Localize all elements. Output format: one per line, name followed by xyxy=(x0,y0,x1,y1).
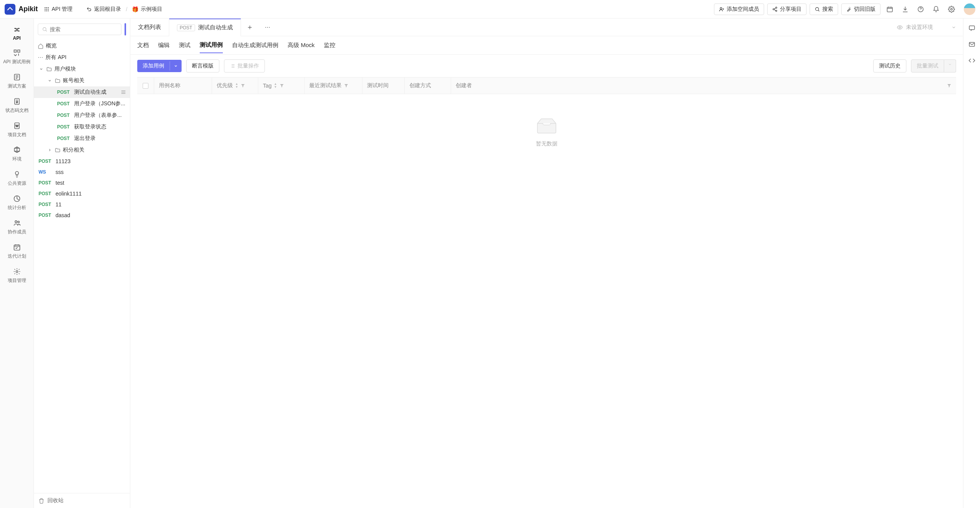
nav-label: API 测试用例 xyxy=(3,59,30,65)
sub-tab-mock[interactable]: 高级 Mock xyxy=(288,38,315,53)
breadcrumb-api-management[interactable]: API 管理 xyxy=(44,6,72,13)
tree-folder[interactable]: 账号相关 xyxy=(34,75,130,86)
add-members-button[interactable]: 添加空间成员 xyxy=(714,3,764,15)
search-button[interactable]: 搜索 xyxy=(810,3,838,15)
tree-api-item[interactable]: POST用户登录（JSON参... xyxy=(34,98,130,110)
sub-tab-test-case[interactable]: 测试用例 xyxy=(200,37,223,53)
nav-iteration[interactable]: 迭代计划 xyxy=(0,239,34,263)
tree-overview[interactable]: 概览 xyxy=(34,40,130,52)
method-tag: POST xyxy=(39,191,53,196)
tree-recycle-bin[interactable]: 回收站 xyxy=(34,493,130,508)
gift-icon: 🎁 xyxy=(132,6,138,12)
tree-api-item[interactable]: POST测试自动生成 xyxy=(34,86,130,98)
tree-search[interactable] xyxy=(38,24,121,35)
tree-api-item[interactable]: POST获取登录状态 xyxy=(34,121,130,133)
tree-body: 概览 ⋯ 所有 API 用户模块账号相关POST测试自动生成POST用户登录（J… xyxy=(34,40,130,493)
method-tag: POST xyxy=(57,124,72,130)
chevron-icon[interactable] xyxy=(47,148,52,152)
sort-icon[interactable]: ▲▼ xyxy=(274,83,277,89)
avatar[interactable] xyxy=(964,3,975,15)
nav-label: 协作成员 xyxy=(8,229,26,235)
nav-collab[interactable]: 协作成员 xyxy=(0,215,34,239)
nav-api-test-case[interactable]: API 测试用例 xyxy=(0,45,34,69)
tab-current-api[interactable]: POST 测试自动生成 xyxy=(169,19,241,36)
filter-icon[interactable] xyxy=(241,83,245,88)
sub-tab-doc[interactable]: 文档 xyxy=(137,38,149,53)
nav-project-doc[interactable]: W项目文档 xyxy=(0,118,34,142)
header: Apikit API 管理 返回根目录 / 🎁 示例项目 添加空间成员 xyxy=(0,0,980,19)
tree-label: 用户登录（JSON参... xyxy=(74,100,126,107)
eye-icon xyxy=(897,24,903,30)
breadcrumb-back-root[interactable]: 返回根目录 xyxy=(86,6,121,13)
sub-tab-test[interactable]: 测试 xyxy=(179,38,190,53)
filter-icon[interactable] xyxy=(947,83,951,88)
tree-label: 获取登录状态 xyxy=(74,123,126,130)
sub-tab-auto-gen[interactable]: 自动生成测试用例 xyxy=(232,38,278,53)
nav-public-res[interactable]: 公共资源 xyxy=(0,166,34,191)
tab-add-button[interactable] xyxy=(241,24,259,30)
tree-api-item[interactable]: POST退出登录 xyxy=(34,133,130,144)
svg-point-4 xyxy=(46,8,47,9)
method-tag: WS xyxy=(39,169,53,175)
add-case-button[interactable]: 添加用例 xyxy=(137,60,182,72)
svg-rect-17 xyxy=(14,50,16,52)
nav-status-doc[interactable]: #状态码文档 xyxy=(0,93,34,118)
tree-folder[interactable]: 用户模块 xyxy=(34,63,130,75)
ellipsis-icon: ⋯ xyxy=(38,54,43,61)
nav-label: API xyxy=(13,35,20,41)
tree-api-item[interactable]: POST用户登录（表单参... xyxy=(34,110,130,121)
logo[interactable]: Apikit xyxy=(5,4,38,15)
svg-point-26 xyxy=(18,221,19,223)
nav-test-plan[interactable]: 测试方案 xyxy=(0,69,34,93)
tree-folder[interactable]: 积分相关 xyxy=(34,144,130,156)
batch-ops-button: 批量操作 xyxy=(224,59,265,73)
mail-icon[interactable] xyxy=(968,41,975,48)
calendar-icon[interactable] xyxy=(884,3,896,15)
gear-icon[interactable] xyxy=(945,3,958,15)
tree-api-item[interactable]: POSTtest xyxy=(34,177,130,188)
help-icon[interactable] xyxy=(914,3,927,15)
chevron-icon[interactable] xyxy=(39,67,44,71)
sub-tab-edit[interactable]: 编辑 xyxy=(158,38,170,53)
nav-rail: APIAPI 测试用例测试方案#状态码文档W项目文档环境公共资源统计分析协作成员… xyxy=(0,19,34,508)
download-icon[interactable] xyxy=(899,3,911,15)
nav-stats[interactable]: 统计分析 xyxy=(0,191,34,215)
tree-api-item[interactable]: POSTeolink1111 xyxy=(34,188,130,199)
env-selector[interactable]: 未设置环境 xyxy=(890,24,963,31)
bell-icon[interactable] xyxy=(930,3,942,15)
tree-label: 账号相关 xyxy=(63,77,126,84)
menu-icon[interactable] xyxy=(121,89,126,95)
tab-more-button[interactable]: ⋯ xyxy=(259,24,276,30)
tab-doc-list[interactable]: 文档列表 xyxy=(130,19,169,36)
right-rail xyxy=(963,19,980,508)
share-project-button[interactable]: 分享项目 xyxy=(767,3,807,15)
breadcrumb-project[interactable]: 🎁 示例项目 xyxy=(132,6,162,13)
test-history-button[interactable]: 测试历史 xyxy=(873,59,906,73)
tree-all-api[interactable]: ⋯ 所有 API xyxy=(34,52,130,63)
nav-label: 统计分析 xyxy=(8,204,26,211)
tree-label: 用户登录（表单参... xyxy=(74,112,126,119)
sub-tab-monitor[interactable]: 监控 xyxy=(324,38,335,53)
switch-old-button[interactable]: 切回旧版 xyxy=(841,3,881,15)
chevron-down-icon[interactable] xyxy=(170,61,182,71)
list-icon xyxy=(230,63,235,69)
tree-api-item[interactable]: POST11 xyxy=(34,199,130,210)
code-icon[interactable] xyxy=(968,57,975,64)
select-all-checkbox[interactable] xyxy=(143,83,148,89)
comment-icon[interactable] xyxy=(968,25,975,32)
chevron-icon[interactable] xyxy=(47,79,52,83)
tree-api-item[interactable]: WSsss xyxy=(34,167,130,177)
tree-api-item[interactable]: POST11123 xyxy=(34,156,130,167)
nav-api[interactable]: API xyxy=(0,22,34,45)
filter-icon[interactable] xyxy=(280,83,284,88)
tree-search-input[interactable] xyxy=(50,26,117,32)
nav-env[interactable]: 环境 xyxy=(0,142,34,166)
tree-api-item[interactable]: POSTdasad xyxy=(34,210,130,221)
sort-icon[interactable]: ▲▼ xyxy=(235,83,238,89)
filter-icon[interactable] xyxy=(344,83,349,88)
nav-project-mgmt[interactable]: 项目管理 xyxy=(0,263,34,288)
assertion-template-button[interactable]: 断言模版 xyxy=(186,59,219,73)
api-icon xyxy=(13,25,21,34)
header-actions: 添加空间成员 分享项目 搜索 切回旧版 xyxy=(714,3,975,15)
add-api-button[interactable]: ＋API xyxy=(125,23,126,35)
